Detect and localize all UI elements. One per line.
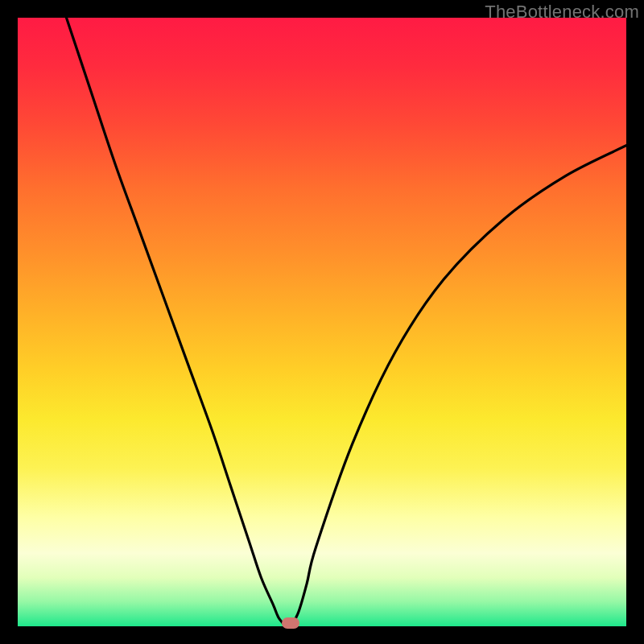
optimum-marker [282, 617, 299, 629]
bottleneck-curve [18, 18, 626, 626]
plot-area [18, 18, 626, 626]
chart-frame: TheBottleneck.com [0, 0, 644, 644]
